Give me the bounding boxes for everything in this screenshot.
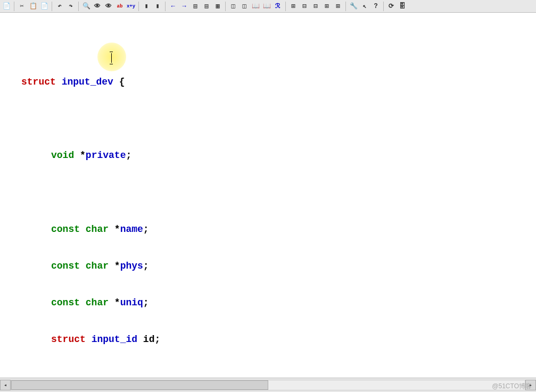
run-icon[interactable]: ℛ bbox=[273, 1, 283, 12]
code-line bbox=[4, 370, 532, 378]
paste-icon[interactable]: 📄 bbox=[39, 1, 50, 12]
file-icon[interactable]: 📄 bbox=[1, 1, 12, 12]
cursor-icon[interactable]: ↖ bbox=[359, 1, 370, 12]
code-editor[interactable]: struct input_dev { void *private; const … bbox=[0, 13, 536, 378]
code-line bbox=[4, 186, 532, 198]
scroll-track[interactable] bbox=[11, 380, 525, 390]
toolbar: 📄 ✂ 📋 📄 ↶ ↷ 🔍 👁 👁 ab x+y ▮ ▮ ← → ▤ ▤ ▦ ◫… bbox=[0, 0, 536, 13]
ab-icon[interactable]: ab bbox=[114, 1, 125, 12]
grid1-icon[interactable]: ⊟ bbox=[299, 1, 310, 12]
redo-icon[interactable]: ↷ bbox=[65, 1, 76, 12]
cut-icon[interactable]: ✂ bbox=[17, 1, 27, 12]
scroll-thumb[interactable] bbox=[11, 380, 268, 390]
copy-icon[interactable]: 📋 bbox=[28, 1, 38, 12]
code-line: const char *uniq; bbox=[4, 297, 532, 309]
book2-icon[interactable]: ▤ bbox=[201, 1, 212, 12]
book4-icon[interactable]: 📖 bbox=[261, 1, 272, 12]
panel2-icon[interactable]: ◫ bbox=[228, 1, 238, 12]
cursor-highlight bbox=[97, 43, 126, 71]
code-line: void *private; bbox=[4, 149, 532, 162]
book3-icon[interactable]: 📖 bbox=[250, 1, 261, 12]
watermark: @51CTO博客 bbox=[492, 382, 532, 391]
code-line: const char *phys; bbox=[4, 260, 532, 272]
panel3-icon[interactable]: ◫ bbox=[239, 1, 250, 12]
undo-icon[interactable]: ↶ bbox=[54, 1, 65, 12]
panel-icon[interactable]: ▦ bbox=[212, 1, 223, 12]
code-line: const char *name; bbox=[4, 223, 532, 236]
binoc-icon[interactable]: 👁 bbox=[92, 1, 103, 12]
back-icon[interactable]: ← bbox=[168, 1, 178, 12]
find-icon[interactable]: 🔍 bbox=[81, 1, 92, 12]
binoc2-icon[interactable]: 👁 bbox=[103, 1, 114, 12]
grid3-icon[interactable]: ⊞ bbox=[321, 1, 332, 12]
book-icon[interactable]: ▤ bbox=[190, 1, 201, 12]
tool-icon[interactable]: 🔧 bbox=[348, 1, 359, 12]
text-caret bbox=[111, 53, 112, 63]
code-line bbox=[4, 113, 532, 125]
grid4-icon[interactable]: ⊞ bbox=[333, 1, 343, 12]
horizontal-scrollbar[interactable]: ◂ ▸ bbox=[0, 378, 536, 392]
mark1-icon[interactable]: ▮ bbox=[141, 1, 152, 12]
help-icon[interactable]: ? bbox=[370, 1, 381, 12]
forward-icon[interactable]: → bbox=[179, 1, 189, 12]
table-icon[interactable]: ⊞ bbox=[288, 1, 299, 12]
code-line: struct input_dev { bbox=[4, 76, 532, 88]
db-icon[interactable]: 🗄 bbox=[397, 1, 408, 12]
mark2-icon[interactable]: ▮ bbox=[152, 1, 163, 12]
refresh-icon[interactable]: ⟳ bbox=[386, 1, 397, 12]
code-line: struct input_id id; bbox=[4, 333, 532, 346]
grid2-icon[interactable]: ⊟ bbox=[310, 1, 321, 12]
xy-icon[interactable]: x+y bbox=[126, 1, 136, 12]
scroll-left-button[interactable]: ◂ bbox=[0, 380, 11, 390]
